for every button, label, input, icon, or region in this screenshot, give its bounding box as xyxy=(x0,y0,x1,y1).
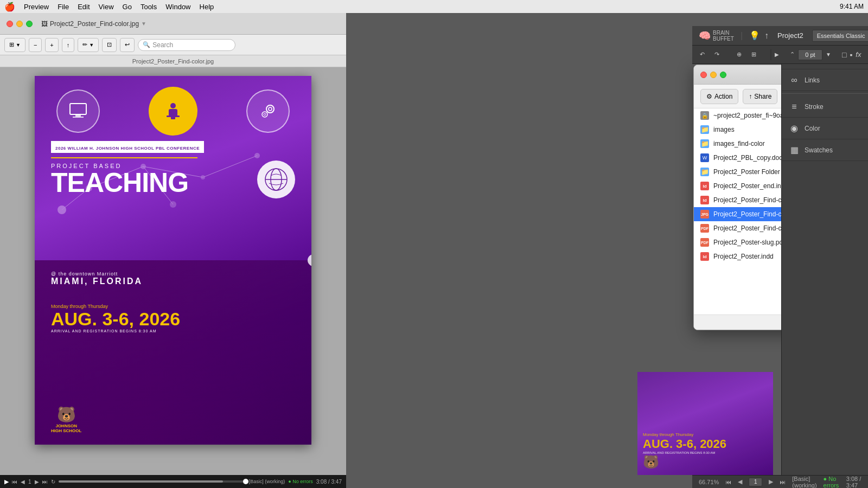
finder-minimize-button[interactable] xyxy=(710,72,717,78)
crop-button[interactable]: ⊡ xyxy=(102,38,117,52)
svg-point-19 xyxy=(269,107,272,111)
rotate-icon: ↩ xyxy=(125,41,130,48)
play-button[interactable]: ▶ xyxy=(4,478,9,485)
errors-indicator: ● No errors xyxy=(824,476,840,489)
color-swatch[interactable] xyxy=(770,49,771,60)
menu-window[interactable]: Window xyxy=(165,3,190,11)
timecode-status: 3:08 / 3:47 xyxy=(846,476,861,489)
view-mode-button[interactable]: ⊞ ▼ xyxy=(4,38,25,52)
menu-edit[interactable]: Edit xyxy=(78,3,90,11)
color-panel-label: Color xyxy=(805,125,820,132)
menubar-time: 9:41 AM xyxy=(840,3,864,10)
indd-icon3: Id xyxy=(700,252,709,261)
upload-icon[interactable]: ↑ xyxy=(764,31,769,41)
file-name: Project2_Poster.indd xyxy=(713,253,774,260)
menu-view[interactable]: View xyxy=(99,3,114,11)
indesign-statusbar: 66.71% ⏮ ◀ ▶ ⏭ [Basic] (working) ● No er… xyxy=(692,475,868,488)
step-fwd-icon[interactable]: ▶ xyxy=(35,479,39,485)
project-name: Project2 xyxy=(777,31,803,40)
rect-fill-icon[interactable]: ▪ xyxy=(850,50,852,59)
undo-icon[interactable]: ↶ xyxy=(697,50,708,59)
transform-icon[interactable]: ⊕ xyxy=(733,50,745,59)
file-name-label: Project2_Poster_Find-color.jpg xyxy=(132,58,214,65)
finder-traffic-lights xyxy=(700,72,726,78)
window-title: Project2_Poster_Find-color.jpg xyxy=(50,20,139,28)
svg-point-14 xyxy=(170,103,176,108)
rotate-button[interactable]: ↩ xyxy=(120,38,135,52)
action-icon: ⚙ xyxy=(706,93,712,100)
fx-icon[interactable]: fx xyxy=(856,50,861,59)
end-page-icon[interactable]: ⏭ xyxy=(780,479,786,485)
pdf-icon: PDF xyxy=(700,224,709,233)
next-frame-icon[interactable]: ⏭ xyxy=(42,479,48,485)
main-layout: 🖼 Project2_Poster_Find-color.jpg ▼ ⊞ ▼ −… xyxy=(0,13,868,488)
back-page-icon[interactable]: ◀ xyxy=(738,478,742,485)
expand-swatch-icon[interactable]: ▶ xyxy=(775,52,779,57)
stroke-input[interactable] xyxy=(798,49,822,60)
fullscreen-button[interactable] xyxy=(26,21,33,27)
stroke-panel-label: Stroke xyxy=(805,103,824,111)
poster-photo-area: @ the downtown Marriott MIAMI, FLORIDA M… xyxy=(35,260,311,445)
poster-icons-row xyxy=(35,76,311,136)
finder-close-button[interactable] xyxy=(700,72,707,78)
stroke-icon: ≡ xyxy=(788,102,800,112)
close-button[interactable] xyxy=(7,21,13,27)
file-name: Project2_Poster-slug.pdf xyxy=(713,239,784,246)
brain-buffet-logo: 🧠 BRAINBUFFET xyxy=(699,30,734,42)
prev-page-icon[interactable]: ⏮ xyxy=(725,479,731,485)
loop-icon[interactable]: ↻ xyxy=(51,479,55,485)
scrubber-bar[interactable] xyxy=(59,480,246,483)
color-panel[interactable]: ◉ Color xyxy=(782,118,868,139)
poster-bg-aug: AUG. 3-6, 2026 xyxy=(643,437,768,451)
page-input[interactable] xyxy=(749,478,762,486)
menu-help[interactable]: Help xyxy=(200,3,214,11)
fwd-page-icon[interactable]: ▶ xyxy=(769,478,773,485)
grid-icon: ⊞ xyxy=(9,41,14,48)
traffic-lights xyxy=(7,21,33,27)
action-button[interactable]: ⚙ Action xyxy=(700,89,738,104)
poster-arrival: ARRIVAL AND REGISTRATION BEGINS 8:30 AM xyxy=(51,329,301,333)
share-button-finder[interactable]: ↑ Share xyxy=(743,89,777,104)
color-icon: ◉ xyxy=(788,123,800,133)
menu-file[interactable]: File xyxy=(58,3,69,11)
lock-file-icon: 🔒 xyxy=(700,111,709,120)
menu-go[interactable]: Go xyxy=(123,3,132,11)
apple-menu[interactable]: 🍎 xyxy=(4,2,15,12)
menu-preview[interactable]: Preview xyxy=(24,3,49,11)
folder-icon: 📁 xyxy=(700,125,709,134)
links-panel[interactable]: ∞ Links xyxy=(782,69,868,91)
rect-outline-icon[interactable]: □ xyxy=(842,50,846,59)
svg-point-20 xyxy=(262,112,267,117)
prev-frame-icon[interactable]: ⏮ xyxy=(12,479,17,485)
stroke-down-icon[interactable]: ▼ xyxy=(826,52,831,57)
zoom-in-button[interactable]: + xyxy=(45,38,58,52)
preview-titlebar: 🖼 Project2_Poster_Find-color.jpg ▼ xyxy=(0,13,346,35)
links-icon: ∞ xyxy=(788,75,800,85)
swatches-panel[interactable]: ▦ Swatches xyxy=(782,139,868,161)
svg-rect-12 xyxy=(75,114,81,117)
video-scrubber: ▶ ⏮ ◀ 1 ▶ ⏭ ↻ [Basic] (working) ● No err… xyxy=(0,475,346,488)
lightbulb-icon[interactable]: 💡 xyxy=(749,30,760,41)
scrubber-thumb[interactable] xyxy=(243,479,248,484)
essentials-dropdown[interactable]: Essentials Classic xyxy=(812,30,868,42)
search-bar[interactable]: 🔍 Search xyxy=(138,39,235,51)
minimize-button[interactable] xyxy=(16,21,23,27)
swatches-icon: ▦ xyxy=(788,145,800,155)
links-label: Links xyxy=(805,76,820,84)
poster: 2026 WILLIAM H. JOHNSON HIGH SCHOOL PBL … xyxy=(35,76,311,445)
poster-bg-days: Monday through Thursday xyxy=(643,432,768,437)
share-button[interactable]: ↑ xyxy=(62,38,75,52)
svg-rect-11 xyxy=(70,104,86,114)
chevron2-icon: ▼ xyxy=(89,42,94,48)
jpg-icon: JPG xyxy=(700,210,709,219)
redo-icon[interactable]: ↷ xyxy=(711,50,723,59)
annotate-button[interactable]: ✏ ▼ xyxy=(78,38,99,52)
zoom-out-button[interactable]: − xyxy=(29,38,42,52)
menu-tools[interactable]: Tools xyxy=(141,3,157,11)
align-icon[interactable]: ⊞ xyxy=(748,50,760,59)
finder-fullscreen-button[interactable] xyxy=(720,72,726,78)
stroke-panel[interactable]: ≡ Stroke xyxy=(782,96,868,118)
step-back-icon[interactable]: ◀ xyxy=(21,479,25,485)
title-chevron-icon[interactable]: ▼ xyxy=(141,21,146,27)
bear-icon: 🐻 xyxy=(57,406,76,423)
